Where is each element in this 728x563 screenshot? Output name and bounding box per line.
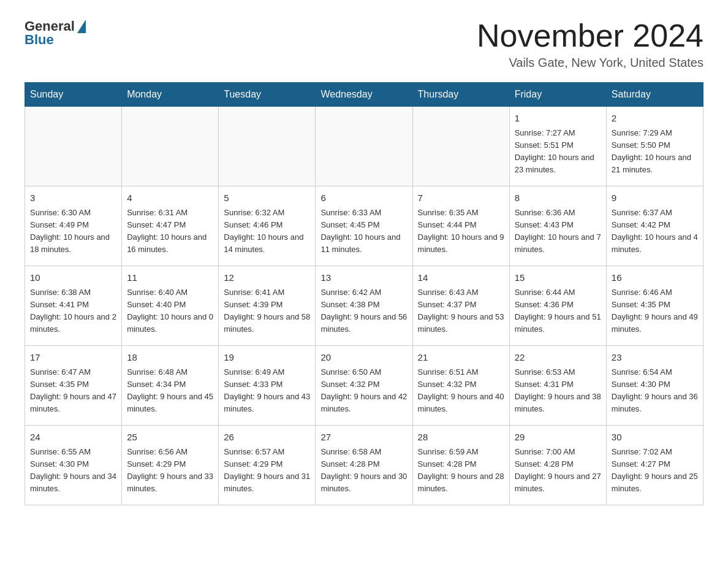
day-info: Sunrise: 6:31 AM Sunset: 4:47 PM Dayligh… xyxy=(127,207,213,256)
calendar-cell: 19Sunrise: 6:49 AM Sunset: 4:33 PM Dayli… xyxy=(219,346,316,426)
day-of-week-friday: Friday xyxy=(509,83,606,107)
day-info: Sunrise: 6:36 AM Sunset: 4:43 PM Dayligh… xyxy=(515,207,601,256)
day-number: 25 xyxy=(127,431,213,445)
day-number: 28 xyxy=(418,431,504,445)
calendar-table: SundayMondayTuesdayWednesdayThursdayFrid… xyxy=(25,82,703,505)
day-number: 20 xyxy=(320,351,407,365)
calendar-cell: 29Sunrise: 7:00 AM Sunset: 4:28 PM Dayli… xyxy=(509,426,606,505)
day-number: 22 xyxy=(515,351,601,365)
calendar-body: 1Sunrise: 7:27 AM Sunset: 5:51 PM Daylig… xyxy=(25,107,703,505)
calendar-week-4: 17Sunrise: 6:47 AM Sunset: 4:35 PM Dayli… xyxy=(25,346,703,426)
day-info: Sunrise: 6:54 AM Sunset: 4:30 PM Dayligh… xyxy=(612,366,698,416)
calendar-cell: 6Sunrise: 6:33 AM Sunset: 4:45 PM Daylig… xyxy=(316,186,412,266)
day-info: Sunrise: 6:41 AM Sunset: 4:39 PM Dayligh… xyxy=(224,286,310,336)
calendar-week-2: 3Sunrise: 6:30 AM Sunset: 4:49 PM Daylig… xyxy=(25,186,703,266)
day-number: 26 xyxy=(224,431,310,445)
calendar-cell: 25Sunrise: 6:56 AM Sunset: 4:29 PM Dayli… xyxy=(122,426,219,505)
calendar-cell: 12Sunrise: 6:41 AM Sunset: 4:39 PM Dayli… xyxy=(219,266,316,346)
day-info: Sunrise: 7:27 AM Sunset: 5:51 PM Dayligh… xyxy=(515,127,601,177)
calendar-cell: 27Sunrise: 6:58 AM Sunset: 4:28 PM Dayli… xyxy=(316,426,412,505)
calendar-cell: 7Sunrise: 6:35 AM Sunset: 4:44 PM Daylig… xyxy=(412,186,509,266)
calendar-cell: 10Sunrise: 6:38 AM Sunset: 4:41 PM Dayli… xyxy=(25,266,122,346)
calendar-cell: 1Sunrise: 7:27 AM Sunset: 5:51 PM Daylig… xyxy=(509,107,606,186)
day-number: 27 xyxy=(320,431,407,445)
day-info: Sunrise: 6:44 AM Sunset: 4:36 PM Dayligh… xyxy=(515,286,601,336)
day-number: 23 xyxy=(612,351,698,365)
day-of-week-sunday: Sunday xyxy=(25,83,122,107)
day-info: Sunrise: 6:58 AM Sunset: 4:28 PM Dayligh… xyxy=(320,446,407,496)
day-info: Sunrise: 6:50 AM Sunset: 4:32 PM Dayligh… xyxy=(320,366,407,416)
calendar-cell: 18Sunrise: 6:48 AM Sunset: 4:34 PM Dayli… xyxy=(122,346,219,426)
title-section: November 2024 Vails Gate, New York, Unit… xyxy=(477,18,703,70)
calendar-cell xyxy=(219,107,316,186)
calendar-cell: 5Sunrise: 6:32 AM Sunset: 4:46 PM Daylig… xyxy=(219,186,316,266)
calendar-cell: 22Sunrise: 6:53 AM Sunset: 4:31 PM Dayli… xyxy=(509,346,606,426)
calendar-week-5: 24Sunrise: 6:55 AM Sunset: 4:30 PM Dayli… xyxy=(25,426,703,505)
day-info: Sunrise: 6:56 AM Sunset: 4:29 PM Dayligh… xyxy=(127,446,213,496)
day-info: Sunrise: 6:33 AM Sunset: 4:45 PM Dayligh… xyxy=(320,207,407,256)
calendar-cell: 17Sunrise: 6:47 AM Sunset: 4:35 PM Dayli… xyxy=(25,346,122,426)
day-number: 1 xyxy=(515,112,601,126)
day-info: Sunrise: 6:30 AM Sunset: 4:49 PM Dayligh… xyxy=(30,207,116,256)
calendar-cell: 13Sunrise: 6:42 AM Sunset: 4:38 PM Dayli… xyxy=(316,266,412,346)
day-info: Sunrise: 6:32 AM Sunset: 4:46 PM Dayligh… xyxy=(224,207,310,256)
day-info: Sunrise: 6:47 AM Sunset: 4:35 PM Dayligh… xyxy=(30,366,116,416)
day-info: Sunrise: 7:00 AM Sunset: 4:28 PM Dayligh… xyxy=(515,446,601,496)
calendar-cell: 20Sunrise: 6:50 AM Sunset: 4:32 PM Dayli… xyxy=(316,346,412,426)
logo-blue-text: Blue xyxy=(25,32,54,48)
logo: General Blue xyxy=(25,18,86,48)
day-number: 29 xyxy=(515,431,601,445)
day-info: Sunrise: 6:43 AM Sunset: 4:37 PM Dayligh… xyxy=(418,286,504,336)
calendar-cell: 28Sunrise: 6:59 AM Sunset: 4:28 PM Dayli… xyxy=(412,426,509,505)
calendar-header: SundayMondayTuesdayWednesdayThursdayFrid… xyxy=(25,83,703,107)
day-info: Sunrise: 6:46 AM Sunset: 4:35 PM Dayligh… xyxy=(612,286,698,336)
calendar-cell: 16Sunrise: 6:46 AM Sunset: 4:35 PM Dayli… xyxy=(606,266,703,346)
day-number: 11 xyxy=(127,271,213,285)
day-info: Sunrise: 6:59 AM Sunset: 4:28 PM Dayligh… xyxy=(418,446,504,496)
calendar-cell: 8Sunrise: 6:36 AM Sunset: 4:43 PM Daylig… xyxy=(509,186,606,266)
day-info: Sunrise: 7:29 AM Sunset: 5:50 PM Dayligh… xyxy=(612,127,698,177)
logo-triangle-icon xyxy=(77,20,86,33)
day-number: 10 xyxy=(30,271,116,285)
day-number: 21 xyxy=(418,351,504,365)
day-info: Sunrise: 6:42 AM Sunset: 4:38 PM Dayligh… xyxy=(320,286,407,336)
day-info: Sunrise: 6:53 AM Sunset: 4:31 PM Dayligh… xyxy=(515,366,601,416)
location: Vails Gate, New York, United States xyxy=(477,56,703,70)
calendar-week-3: 10Sunrise: 6:38 AM Sunset: 4:41 PM Dayli… xyxy=(25,266,703,346)
calendar-cell: 24Sunrise: 6:55 AM Sunset: 4:30 PM Dayli… xyxy=(25,426,122,505)
calendar-cell xyxy=(25,107,122,186)
day-of-week-saturday: Saturday xyxy=(606,83,703,107)
calendar-week-1: 1Sunrise: 7:27 AM Sunset: 5:51 PM Daylig… xyxy=(25,107,703,186)
day-info: Sunrise: 6:38 AM Sunset: 4:41 PM Dayligh… xyxy=(30,286,116,336)
calendar-cell xyxy=(316,107,412,186)
day-info: Sunrise: 6:37 AM Sunset: 4:42 PM Dayligh… xyxy=(612,207,698,256)
day-number: 2 xyxy=(612,112,698,126)
month-title: November 2024 xyxy=(477,18,703,53)
day-number: 5 xyxy=(224,191,310,205)
day-number: 15 xyxy=(515,271,601,285)
day-of-week-thursday: Thursday xyxy=(412,83,509,107)
days-of-week-row: SundayMondayTuesdayWednesdayThursdayFrid… xyxy=(25,83,703,107)
day-number: 3 xyxy=(30,191,116,205)
day-number: 16 xyxy=(612,271,698,285)
day-number: 8 xyxy=(515,191,601,205)
day-number: 9 xyxy=(612,191,698,205)
day-info: Sunrise: 6:57 AM Sunset: 4:29 PM Dayligh… xyxy=(224,446,310,496)
day-info: Sunrise: 6:48 AM Sunset: 4:34 PM Dayligh… xyxy=(127,366,213,416)
calendar-cell xyxy=(122,107,219,186)
day-info: Sunrise: 6:51 AM Sunset: 4:32 PM Dayligh… xyxy=(418,366,504,416)
day-number: 12 xyxy=(224,271,310,285)
page-header: General Blue November 2024 Vails Gate, N… xyxy=(25,18,703,70)
day-number: 19 xyxy=(224,351,310,365)
day-number: 13 xyxy=(320,271,407,285)
day-number: 14 xyxy=(418,271,504,285)
day-of-week-tuesday: Tuesday xyxy=(219,83,316,107)
calendar-cell: 26Sunrise: 6:57 AM Sunset: 4:29 PM Dayli… xyxy=(219,426,316,505)
day-info: Sunrise: 6:55 AM Sunset: 4:30 PM Dayligh… xyxy=(30,446,116,496)
calendar-cell: 21Sunrise: 6:51 AM Sunset: 4:32 PM Dayli… xyxy=(412,346,509,426)
day-number: 30 xyxy=(612,431,698,445)
day-number: 18 xyxy=(127,351,213,365)
calendar-cell: 30Sunrise: 7:02 AM Sunset: 4:27 PM Dayli… xyxy=(606,426,703,505)
day-info: Sunrise: 6:49 AM Sunset: 4:33 PM Dayligh… xyxy=(224,366,310,416)
day-info: Sunrise: 6:35 AM Sunset: 4:44 PM Dayligh… xyxy=(418,207,504,256)
